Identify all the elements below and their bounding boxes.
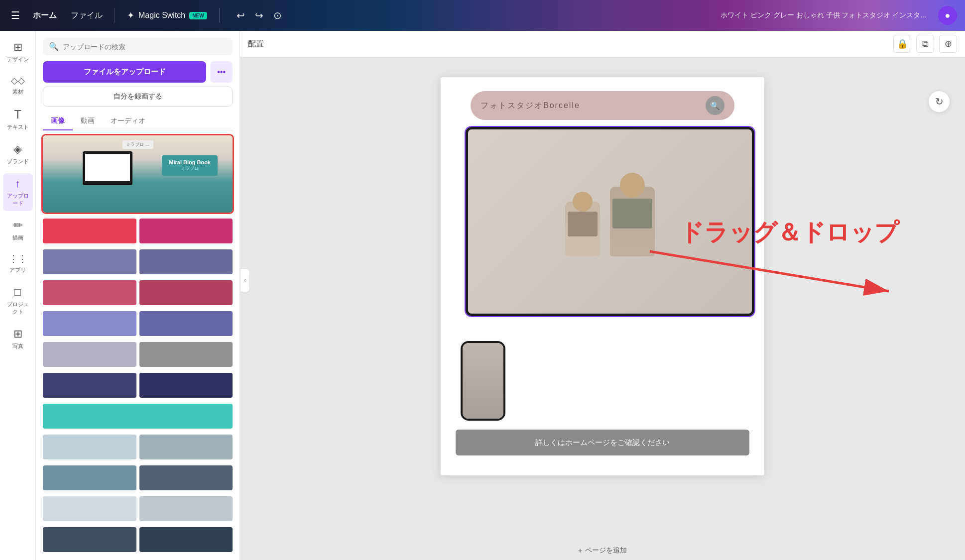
sidebar-item-upload[interactable]: ↑ アップロード	[3, 173, 33, 211]
sidebar-item-design[interactable]: ⊞ デザイン	[3, 37, 33, 67]
swatch-16[interactable]	[139, 465, 233, 490]
swatch-7[interactable]	[43, 311, 136, 336]
canvas-search-bar-text: フォトスタジオBorcelle	[481, 101, 580, 111]
text-icon: T	[14, 108, 21, 121]
sidebar-item-draw[interactable]: ✏ 描画	[3, 215, 33, 245]
expand-icon: ⊕	[945, 38, 952, 49]
swatch-12[interactable]	[139, 373, 233, 398]
canvas-laptop-frame[interactable]	[466, 127, 754, 316]
sidebar-item-elements[interactable]: ◇◇ 素材	[3, 71, 33, 100]
expand-button[interactable]: ⊕	[939, 35, 957, 53]
upload-more-button[interactable]: •••	[210, 61, 233, 83]
redo-button[interactable]: ↪	[252, 6, 266, 24]
canvas-phone-screen	[463, 343, 503, 419]
sidebar-item-apps[interactable]: ⋮⋮ アプリ	[3, 249, 33, 278]
swatch-9[interactable]	[43, 342, 136, 367]
media-grid: ミラブロ ... Mirai Blog Book ミラブロ	[36, 130, 240, 560]
search-input[interactable]	[63, 43, 227, 51]
swatch-19[interactable]	[43, 527, 136, 552]
canvas-phone-frame[interactable]	[461, 341, 505, 421]
elements-icon: ◇◇	[11, 75, 25, 86]
canvas-bottom-bar: 詳しくはホームページをご確認ください	[456, 430, 749, 455]
media-item-selected[interactable]: ミラブロ ... Mirai Blog Book ミラブロ	[43, 135, 233, 213]
add-page-button[interactable]: + ページを追加	[578, 546, 627, 555]
swatch-11[interactable]	[43, 373, 136, 398]
nav-divider-1	[115, 8, 115, 23]
nav-home-link[interactable]: ホーム	[29, 7, 61, 24]
tab-images[interactable]: 画像	[43, 112, 73, 130]
copy-button[interactable]: ⧉	[916, 35, 934, 53]
swatch-10[interactable]	[139, 342, 233, 367]
canvas-area: 配置 🔒 ⧉ ⊕ フォトスタジオBorcelle	[240, 31, 965, 560]
sidebar-item-text[interactable]: T テキスト	[3, 104, 33, 135]
sidebar-label-upload: アップロード	[6, 192, 30, 207]
save-button[interactable]: ⊙	[270, 6, 285, 24]
tab-audio[interactable]: オーディオ	[103, 112, 153, 130]
nav-divider-2	[219, 8, 220, 23]
swatch-20[interactable]	[139, 527, 233, 552]
swatch-17[interactable]	[43, 496, 136, 521]
tab-video[interactable]: 動画	[73, 112, 103, 130]
apps-icon: ⋮⋮	[9, 253, 27, 264]
nav-actions: ↩ ↪ ⊙	[234, 6, 285, 24]
record-self-button[interactable]: 自分を録画する	[43, 87, 233, 107]
upload-file-button[interactable]: ファイルをアップロード	[43, 61, 206, 83]
photos-icon: ⊞	[13, 328, 22, 340]
canvas-search-icon[interactable]: 🔍	[706, 96, 724, 115]
canvas-page: フォトスタジオBorcelle 🔍	[441, 77, 764, 475]
user-avatar[interactable]: ●	[938, 6, 957, 25]
nav-file-link[interactable]: ファイル	[67, 7, 107, 24]
collapse-icon: ‹	[244, 277, 246, 284]
sidebar-label-apps: アプリ	[9, 266, 26, 274]
swatch-2[interactable]	[139, 219, 233, 243]
document-title: ホワイト ピンク グレー おしゃれ 子供 フォトスタジオ インスタ...	[721, 11, 926, 20]
swatch-8[interactable]	[139, 311, 233, 336]
swatch-3[interactable]	[43, 249, 136, 274]
swatch-18[interactable]	[139, 496, 233, 521]
swatch-13[interactable]	[43, 435, 136, 459]
draw-icon: ✏	[13, 219, 22, 232]
upload-btn-row: ファイルをアップロード •••	[43, 61, 233, 83]
undo-button[interactable]: ↩	[234, 6, 248, 24]
canvas-search-bar-element[interactable]: フォトスタジオBorcelle 🔍	[471, 91, 734, 120]
lock-button[interactable]: 🔒	[893, 35, 911, 53]
swatch-5[interactable]	[43, 280, 136, 305]
brand-icon: ◈	[13, 143, 22, 156]
main-layout: ⊞ デザイン ◇◇ 素材 T テキスト ◈ ブランド ↑ アップロード ✏ 描画…	[0, 31, 965, 560]
swatch-1[interactable]	[43, 219, 136, 243]
magic-switch-badge: NEW	[189, 12, 207, 19]
canvas-toolbar-right: 🔒 ⧉ ⊕	[893, 35, 957, 53]
illustration	[565, 187, 655, 256]
canvas-laptop-screen	[468, 129, 752, 314]
media-tabs: 画像 動画 オーディオ	[43, 112, 233, 130]
design-icon: ⊞	[13, 41, 22, 54]
swatch-14[interactable]	[139, 435, 233, 459]
left-panel: 🔍 ファイルをアップロード ••• 自分を録画する 画像 動画 オーディオ ミラ…	[36, 31, 240, 560]
refresh-icon: ↻	[935, 96, 944, 108]
add-page-icon: +	[578, 547, 582, 555]
canvas-toolbar-title: 配置	[248, 39, 264, 49]
swatch-6[interactable]	[139, 280, 233, 305]
hamburger-button[interactable]: ☰	[8, 6, 23, 24]
collapse-panel-button[interactable]: ‹	[240, 268, 250, 292]
sidebar-label-draw: 描画	[12, 234, 23, 241]
magic-switch-label: Magic Switch	[138, 11, 185, 20]
magic-switch-button[interactable]: ✦ Magic Switch NEW	[123, 7, 211, 24]
swatch-4[interactable]	[139, 249, 233, 274]
copy-icon: ⧉	[922, 39, 929, 49]
topnav: ☰ ホーム ファイル ✦ Magic Switch NEW ↩ ↪ ⊙ ホワイト…	[0, 0, 965, 31]
sidebar-label-elements: 素材	[12, 88, 23, 96]
sidebar-icons: ⊞ デザイン ◇◇ 素材 T テキスト ◈ ブランド ↑ アップロード ✏ 描画…	[0, 31, 36, 560]
canvas-scroll[interactable]: フォトスタジオBorcelle 🔍	[240, 57, 965, 560]
projects-icon: □	[14, 286, 21, 299]
swatch-15[interactable]	[43, 465, 136, 490]
refresh-button[interactable]: ↻	[928, 91, 950, 112]
swatch-teal-wide[interactable]	[43, 404, 233, 429]
magic-switch-icon: ✦	[127, 10, 134, 21]
canvas-bottom-text: 詳しくはホームページをご確認ください	[535, 438, 670, 448]
sidebar-item-projects[interactable]: □ プロジェクト	[3, 282, 33, 320]
sidebar-item-brand[interactable]: ◈ ブランド	[3, 139, 33, 169]
sidebar-label-brand: ブランド	[7, 158, 29, 165]
sidebar-item-photos[interactable]: ⊞ 写真	[3, 324, 33, 354]
search-bar[interactable]: 🔍	[43, 38, 233, 55]
